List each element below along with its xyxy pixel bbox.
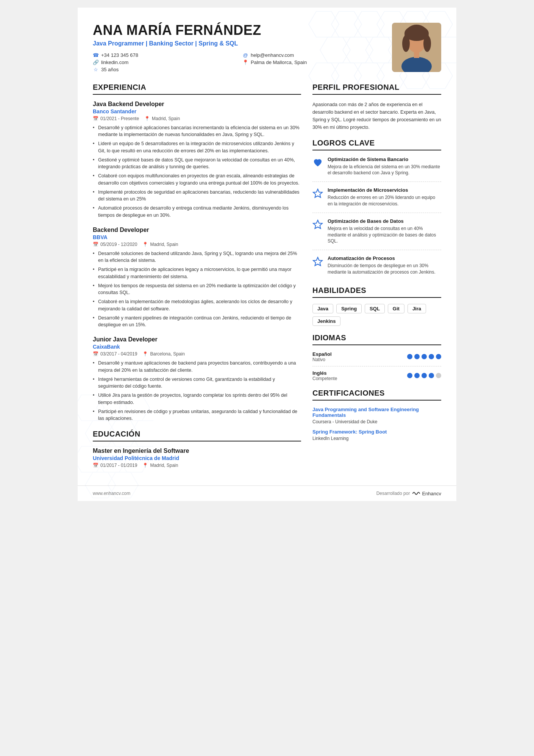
right-column: PERFIL PROFESIONAL Apasionada con más de… xyxy=(312,83,441,474)
contact-location: 📍 Palma de Mallorca, Spain xyxy=(242,59,381,65)
contact-age: ☆ 35 años xyxy=(93,67,231,72)
logro-desc-2: Mejora en la velocidad de consultas en u… xyxy=(328,225,441,244)
logro-item-3: Automatización de Procesos Disminución d… xyxy=(312,255,441,281)
svg-marker-39 xyxy=(313,257,322,266)
svg-rect-36 xyxy=(414,51,419,58)
job-loc-1: 📍 Madrid, Spain xyxy=(142,242,178,247)
email-icon: @ xyxy=(242,52,248,58)
bullet-0-1: Lideré un equipo de 5 desarrolladores en… xyxy=(93,140,301,155)
contact-linkedin: 🔗 linkedin.com xyxy=(93,59,231,65)
idioma-name-1: Inglés xyxy=(312,370,337,376)
calendar-icon-2: 📅 xyxy=(93,351,98,357)
footer-logo: Enhancv xyxy=(412,490,441,496)
linkedin-text: linkedin.com xyxy=(101,59,128,65)
svg-marker-37 xyxy=(313,189,322,197)
contact-grid: ☎ +34 123 345 678 @ help@enhancv.com 🔗 l… xyxy=(93,52,381,72)
idioma-dots-0 xyxy=(407,354,441,359)
idioma-ingles: Inglés Competente xyxy=(312,370,441,385)
candidate-name: ANA MARÍA FERNÁNDEZ xyxy=(93,23,381,38)
location-text: Palma de Mallorca, Spain xyxy=(251,59,307,65)
left-column: EXPERIENCIA Java Backend Developer Banco… xyxy=(93,83,301,474)
job-date-0: 📅 01/2021 - Presente xyxy=(93,116,139,121)
job-bullets-0: Desarrollé y optimicé aplicaciones banca… xyxy=(93,124,301,219)
job-loc-2: 📍 Barcelona, Spain xyxy=(142,351,184,357)
location-icon: 📍 xyxy=(242,59,248,65)
candidate-title: Java Programmer | Banking Sector | Sprin… xyxy=(93,40,381,47)
footer-developed-by: Desarrollado por xyxy=(376,491,410,496)
logro-desc-1: Reducción de errores en un 20% liderando… xyxy=(328,194,441,207)
pin-icon-edu: 📍 xyxy=(142,463,148,468)
bullet-0-4: Implementé protocolos de seguridad en ap… xyxy=(93,189,301,203)
job-company-2: CaixaBank xyxy=(93,344,301,350)
idioma-level-0: Nativo xyxy=(312,357,332,362)
logro-content-2: Optimización de Bases de Datos Mejora en… xyxy=(328,218,441,244)
bullet-0-5: Automaticé procesos de desarrollo y entr… xyxy=(93,205,301,219)
cert-name-0: Java Programming and Software Engineerin… xyxy=(312,407,441,418)
educacion-title: EDUCACIÓN xyxy=(93,430,301,441)
skill-jenkins: Jenkins xyxy=(312,316,340,326)
skill-git: Git xyxy=(388,304,404,313)
age-icon: ☆ xyxy=(93,67,99,72)
logro-icon-0 xyxy=(312,157,323,168)
logro-content-3: Automatización de Procesos Disminución d… xyxy=(328,255,441,275)
phone-icon: ☎ xyxy=(93,52,99,58)
bullet-2-3: Participé en revisiones de código y prue… xyxy=(93,408,301,423)
bullet-2-2: Utilicé Jira para la gestión de proyecto… xyxy=(93,392,301,406)
certificaciones-section: CERTIFICACIONES Java Programming and Sof… xyxy=(312,389,441,441)
job-company-0: Banco Santander xyxy=(93,108,301,114)
candidate-photo xyxy=(392,23,441,72)
dot-0-3 xyxy=(429,354,434,359)
header-section: ANA MARÍA FERNÁNDEZ Java Programmer | Ba… xyxy=(93,23,441,72)
bullet-0-3: Colaboré con equipos multifuncionales en… xyxy=(93,172,301,187)
edu-loc-0: 📍 Madrid, Spain xyxy=(142,463,178,468)
contact-email: @ help@enhancv.com xyxy=(242,52,381,58)
pin-icon-2: 📍 xyxy=(142,351,148,357)
logro-title-2: Optimización de Bases de Datos xyxy=(328,218,441,224)
edu-date-0: 📅 01/2017 - 01/2019 xyxy=(93,463,137,468)
experiencia-title: EXPERIENCIA xyxy=(93,83,301,95)
bullet-1-1: Participé en la migración de aplicacione… xyxy=(93,266,301,280)
job-title-2: Junior Java Developer xyxy=(93,336,301,343)
cert-provider-0: Coursera - Universidad de Duke xyxy=(312,419,441,424)
habilidades-title: HABILIDADES xyxy=(312,286,441,298)
certificaciones-title: CERTIFICACIONES xyxy=(312,389,441,401)
bullet-1-4: Desarrollé y manteni pipelines de integr… xyxy=(93,315,301,329)
idioma-dots-1 xyxy=(407,373,441,378)
educacion-section: EDUCACIÓN Master en Ingeniería del Softw… xyxy=(93,430,301,468)
bullet-0-0: Desarrollé y optimicé aplicaciones banca… xyxy=(93,124,301,139)
idioma-level-1: Competente xyxy=(312,376,337,381)
dot-0-0 xyxy=(407,354,412,359)
dot-1-3 xyxy=(429,373,434,378)
logro-icon-3 xyxy=(312,256,323,267)
idioma-left-0: Español Nativo xyxy=(312,351,332,362)
idioma-name-0: Español xyxy=(312,351,332,357)
age-text: 35 años xyxy=(101,67,119,72)
edu-degree-0: Master en Ingeniería del Software xyxy=(93,448,301,454)
job-company-1: BBVA xyxy=(93,234,301,240)
footer-brand-name: Enhancv xyxy=(422,491,441,496)
dot-1-2 xyxy=(422,373,427,378)
header-info: ANA MARÍA FERNÁNDEZ Java Programmer | Ba… xyxy=(93,23,381,72)
cert-item-1: Spring Framework: Spring Boot LinkedIn L… xyxy=(312,429,441,441)
svg-marker-38 xyxy=(313,220,322,229)
logro-item-1: Implementación de Microservicios Reducci… xyxy=(312,187,441,213)
calendar-icon-1: 📅 xyxy=(93,242,98,247)
job-item-1: Backend Developer BBVA 📅 05/2019 - 12/20… xyxy=(93,227,301,329)
content-wrapper: ANA MARÍA FERNÁNDEZ Java Programmer | Ba… xyxy=(78,8,456,485)
logros-section: LOGROS CLAVE Optimización de Sistema Ban… xyxy=(312,139,441,281)
bullet-1-3: Colaboré en la implementación de metodol… xyxy=(93,298,301,313)
logro-desc-3: Disminución de tiempos de despliegue en … xyxy=(328,263,441,275)
dot-1-1 xyxy=(414,373,420,378)
pin-icon-0: 📍 xyxy=(144,116,150,121)
logro-content-1: Implementación de Microservicios Reducci… xyxy=(328,187,441,207)
job-date-1: 📅 05/2019 - 12/2020 xyxy=(93,242,137,247)
job-meta-0: 📅 01/2021 - Presente 📍 Madrid, Spain xyxy=(93,116,301,121)
footer-brand: Desarrollado por Enhancv xyxy=(376,490,441,496)
logro-content-0: Optimización de Sistema Bancario Mejora … xyxy=(328,157,441,177)
job-item-0: Java Backend Developer Banco Santander 📅… xyxy=(93,101,301,219)
job-loc-0: 📍 Madrid, Spain xyxy=(144,116,180,121)
bullet-2-0: Desarrollé y mantuve aplicaciones de bac… xyxy=(93,360,301,374)
logro-item-0: Optimización de Sistema Bancario Mejora … xyxy=(312,157,441,182)
dot-0-1 xyxy=(414,354,420,359)
logros-title: LOGROS CLAVE xyxy=(312,139,441,150)
